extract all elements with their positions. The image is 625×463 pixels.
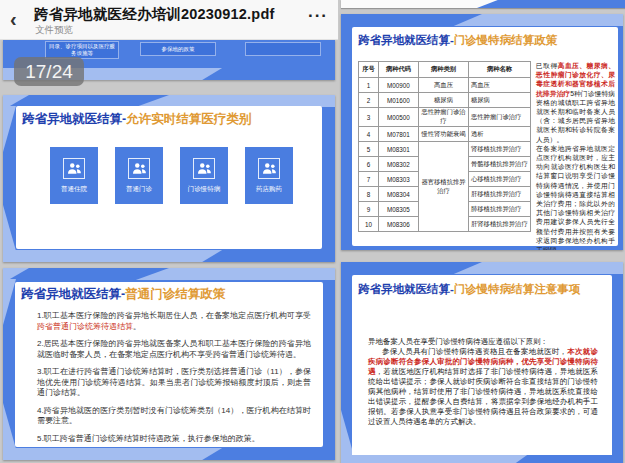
slide-thumbnail-outpatient-policy[interactable]: 跨省异地就医结算-普通门诊结算政策 1.职工基本医疗保险的跨省异地长期居住人员，… [3, 268, 335, 460]
slide-top-decoration [3, 268, 335, 280]
pdf-preview-screen: ‹ 跨省异地就医经办培训20230912.pdf 文件预览 ··· 目录、诊疗项… [0, 0, 625, 463]
category-cards: 普通住院 普通门诊 门诊慢特病 [50, 147, 293, 204]
slide-bottom-decoration [3, 448, 335, 460]
notice-line1: 异地备案人员在享受门诊慢特病待遇应遵循以下原则： [368, 337, 598, 347]
policy-chip: 参保地的政策 [140, 42, 216, 56]
slide-content-box: 跨省异地就医结算-门诊慢特病结算注意事项 异地备案人员在享受门诊慢特病待遇应遵循… [352, 275, 612, 459]
slide-title: 跨省异地就医结算-门诊慢特病结算政策 [358, 33, 618, 48]
slide-bottom-decoration [341, 455, 623, 463]
people-icon [128, 158, 150, 179]
left-screenshot-panel: ‹ 跨省异地就医经办培训20230912.pdf 文件预览 ··· 目录、诊疗项… [0, 0, 338, 463]
corner-decoration [3, 106, 16, 152]
policy-paragraph: 4.跨省异地就医的医疗类别暂时没有门诊统筹类别（14），医疗机构在结算时需要注意… [37, 406, 311, 427]
file-preview-label: 文件预览 [35, 24, 73, 37]
right-screenshot-panel: 跨省异地就医结算-门诊慢特病结算政策 序号 病种代码 病种类别 病种名称 1M0… [341, 0, 625, 463]
notice-text: 异地备案人员在享受门诊慢特病待遇应遵循以下原则： 参保人员具有门诊慢特病待遇资格… [368, 337, 598, 427]
policy-paragraph: 2.居民基本医疗保险的跨省异地就医备案人员和职工基本医疗保险的跨省异地就医临时备… [37, 339, 311, 360]
slide-top-decoration [341, 14, 623, 26]
slide-thumbnail-realtime-categories[interactable]: 跨省异地就医结算-允许实时结算医疗类别 普通住院 普通门诊 [3, 95, 335, 262]
category-card-outpatient: 普通门诊 [115, 147, 163, 204]
table-row: 2M01600糖尿病糖尿病 [359, 93, 531, 108]
table-header-row: 序号 病种代码 病种类别 病种名称 [359, 62, 531, 78]
policy-paragraph: 3.职工在进行跨省普通门诊统筹结算时，医疗类别选择普通门诊（11），参保地优先使… [37, 367, 311, 399]
notice-paragraph: 参保人员具有门诊慢特病待遇资格且在备案地就医时，本次就诊疾病诊断符合参保人审批的… [368, 347, 598, 427]
more-menu-icon[interactable]: ··· [308, 6, 328, 26]
policy-paragraph: 5.职工跨省普通门诊统筹结算时待遇政策，执行参保地的政策。 [37, 434, 311, 445]
category-card-chronic: 门诊慢特病 [180, 147, 228, 204]
merged-type-cell: 器官移植抗排异治疗 [419, 142, 469, 232]
slide-corner-decoration [477, 0, 625, 8]
category-label: 普通住院 [61, 185, 87, 194]
policy-paragraph: 1.职工基本医疗保险的跨省异地长期居住人员，在备案地定点医疗机构可享受跨省普通门… [37, 311, 311, 332]
slide-content-box: 跨省异地就医结算-允许实时结算医疗类别 普通住院 普通门诊 [16, 106, 322, 249]
disease-table: 序号 病种代码 病种类别 病种名称 1M00900高血压高血压 2M01600糖… [358, 61, 531, 232]
previous-slide-edge [341, 0, 625, 8]
slide-content-box: 跨省异地就医结算-门诊慢特病结算政策 序号 病种代码 病种类别 病种名称 1M0… [352, 27, 618, 246]
table-row: 5M08301器官移植抗排异治疗肾移植抗排异治疗 [359, 142, 531, 157]
slide-top-decoration [341, 262, 623, 274]
category-card-inpatient: 普通住院 [50, 147, 98, 204]
corner-decoration [3, 205, 16, 251]
category-label: 药店购药 [256, 185, 282, 194]
category-label: 普通门诊 [126, 185, 152, 194]
file-preview-header: ‹ 跨省异地就医经办培训20230912.pdf 文件预览 ··· [0, 0, 338, 40]
slide-bottom-decoration [3, 250, 335, 262]
slide-title: 跨省异地就医结算-允许实时结算医疗类别 [22, 111, 322, 128]
slide-thumbnail-chronic-policy[interactable]: 跨省异地就医结算-门诊慢特病结算政策 序号 病种代码 病种类别 病种名称 1M0… [341, 14, 623, 250]
back-icon[interactable]: ‹ [10, 7, 17, 31]
policy-paragraphs: 1.职工基本医疗保险的跨省异地长期居住人员，在备案地定点医疗机构可享受跨省普通门… [37, 311, 311, 444]
category-card-pharmacy: 药店购药 [245, 147, 293, 204]
slide-thumbnail-chronic-notice[interactable]: 跨省异地就医结算-门诊慢特病结算注意事项 异地备案人员在享受门诊慢特病待遇应遵循… [341, 262, 623, 463]
category-label: 门诊慢特病 [188, 185, 221, 194]
policy-chip [245, 42, 321, 56]
table-row: 1M00900高血压高血压 [359, 78, 531, 93]
table-row: 3M00500恶性肿瘤门诊治疗恶性肿瘤门诊治疗 [359, 108, 531, 127]
slide-title: 跨省异地就医结算-普通门诊结算政策 [21, 286, 323, 303]
people-icon [63, 158, 85, 179]
policy-note-text: 已取得高血压、糖尿病、恶性肿瘤门诊放化疗、尿毒症透析和器官移植术后抗排异治疗5种… [536, 61, 615, 250]
people-icon [193, 158, 215, 179]
page-indicator-badge: 17/24 [14, 57, 84, 86]
slide-content-box: 跨省异地就医结算-普通门诊结算政策 1.职工基本医疗保险的跨省异地长期居住人员，… [15, 282, 323, 447]
slide-title: 跨省异地就医结算-门诊慢特病结算注意事项 [358, 282, 612, 297]
people-icon [258, 158, 280, 179]
table-row: 4M07801慢性肾功能衰竭透析 [359, 127, 531, 142]
file-title: 跨省异地就医经办培训20230912.pdf [34, 5, 275, 24]
